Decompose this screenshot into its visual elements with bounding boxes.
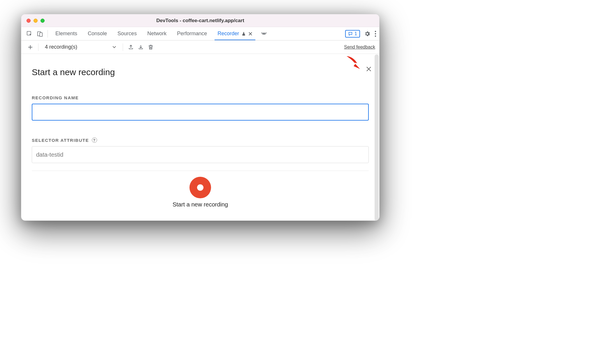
kebab-menu-icon[interactable] — [375, 31, 376, 37]
label-text: Recording Name — [32, 95, 79, 100]
start-recording-button[interactable] — [189, 177, 211, 198]
titlebar: DevTools - coffee-cart.netlify.app/cart — [21, 14, 379, 27]
issues-count: 1 — [354, 31, 357, 36]
svg-point-4 — [375, 33, 376, 34]
recordings-dropdown[interactable]: 4 recording(s) — [41, 42, 120, 52]
tab-console[interactable]: Console — [82, 27, 112, 40]
tab-performance[interactable]: Performance — [172, 27, 212, 40]
help-icon[interactable]: ? — [92, 137, 97, 143]
tab-elements[interactable]: Elements — [50, 27, 82, 40]
message-icon — [348, 31, 353, 36]
svg-rect-2 — [40, 33, 42, 36]
record-icon — [197, 184, 203, 191]
device-toolbar-icon[interactable] — [35, 29, 45, 39]
label-text: Selector Attribute — [32, 138, 89, 143]
more-tabs-icon[interactable] — [258, 32, 270, 36]
recording-name-input[interactable] — [32, 104, 369, 121]
settings-icon[interactable] — [364, 31, 371, 37]
panel-tabs: Elements Console Sources Network Perform… — [50, 27, 270, 40]
inspect-element-icon[interactable] — [24, 29, 35, 39]
record-caption: Start a new recording — [173, 201, 228, 208]
tab-label: Network — [147, 31, 166, 37]
tab-label: Elements — [55, 31, 77, 37]
devtools-window: DevTools - coffee-cart.netlify.app/cart — [21, 14, 380, 221]
svg-point-3 — [375, 31, 376, 32]
recording-name-label: Recording Name — [32, 95, 369, 100]
tab-label: Performance — [177, 31, 207, 37]
tab-label: Console — [88, 31, 107, 37]
start-recording-panel: Start a new recording Recording Name Sel… — [21, 54, 379, 208]
window-title: DevTools - coffee-cart.netlify.app/cart — [21, 18, 379, 24]
close-panel-icon[interactable] — [366, 66, 372, 72]
separator — [123, 43, 123, 51]
send-feedback-link[interactable]: Send feedback — [344, 45, 375, 50]
tab-network[interactable]: Network — [142, 27, 172, 40]
separator — [38, 43, 38, 51]
tab-recorder[interactable]: Recorder — [212, 27, 258, 40]
issues-badge[interactable]: 1 — [345, 30, 360, 38]
svg-point-5 — [375, 35, 376, 36]
devtools-tabbar: Elements Console Sources Network Perform… — [21, 27, 379, 40]
chevron-down-icon — [112, 46, 116, 49]
recordings-label: 4 recording(s) — [45, 44, 77, 50]
tab-label: Recorder — [217, 31, 239, 37]
flask-icon — [241, 31, 246, 36]
tab-sources[interactable]: Sources — [112, 27, 142, 40]
export-icon[interactable] — [126, 42, 136, 52]
new-recording-icon[interactable] — [25, 42, 35, 52]
selector-attribute-input[interactable] — [32, 146, 369, 163]
recorder-toolbar: 4 recording(s) Send feedback — [21, 40, 379, 54]
selector-attribute-label: Selector Attribute ? — [32, 137, 369, 143]
panel-headline: Start a new recording — [32, 67, 369, 77]
tab-label: Sources — [117, 31, 137, 37]
record-area: Start a new recording — [32, 171, 369, 208]
delete-icon[interactable] — [146, 42, 156, 52]
annotation-arrow-icon — [344, 54, 362, 72]
recorder-main: Start a new recording Recording Name Sel… — [21, 54, 379, 220]
separator — [48, 30, 48, 38]
close-tab-icon[interactable] — [248, 32, 252, 36]
tabbar-right-tools: 1 — [345, 30, 376, 38]
import-icon[interactable] — [136, 42, 146, 52]
